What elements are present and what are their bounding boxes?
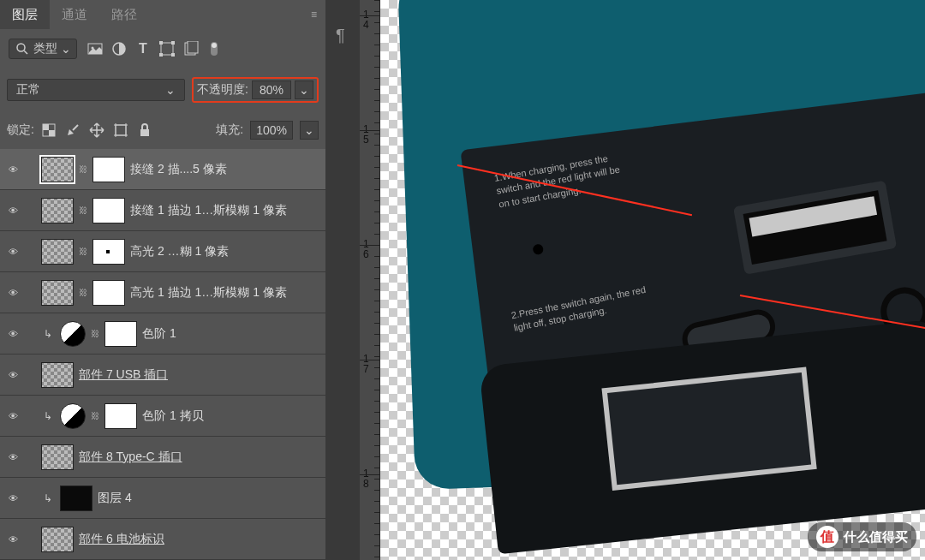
clip-indicator-icon: ↳ [41,492,55,504]
svg-rect-6 [159,41,163,45]
visibility-toggle-icon[interactable]: 👁 [3,411,22,421]
panel-menu-icon[interactable]: ≡ [307,5,320,24]
layer-row[interactable]: 👁部件 7 USB 插口 [0,354,325,396]
layer-mask-thumb[interactable] [92,239,125,265]
lock-artboard-icon[interactable] [113,122,128,138]
layer-row[interactable]: 👁↳⛓色阶 1 [0,313,325,354]
svg-rect-7 [171,41,175,45]
layer-name[interactable]: 部件 8 Type-C 插口 [79,450,182,465]
fill-value-input[interactable]: 100% [250,121,293,140]
watermark: 值 什么值得买 [808,522,916,551]
visibility-toggle-icon[interactable]: 👁 [3,247,22,257]
filter-shape-icon[interactable] [159,41,175,57]
visibility-toggle-icon[interactable]: 👁 [3,534,22,545]
mask-link-icon[interactable]: ⛓ [79,206,87,215]
layer-name[interactable]: 部件 7 USB 插口 [79,367,168,383]
opacity-value-input[interactable]: 80% [252,80,291,99]
blend-mode-select[interactable]: 正常 ⌄ [7,79,185,101]
chevron-down-icon: ⌄ [61,42,71,56]
layer-thumb[interactable] [41,198,74,223]
blend-mode-value: 正常 [16,82,40,98]
layer-row[interactable]: 👁↳⛓色阶 1 拷贝 [0,396,325,437]
filter-toggle-icon[interactable] [207,41,223,57]
mask-link-icon[interactable]: ⛓ [91,329,99,338]
layer-row[interactable]: 👁⛓接缝 2 描....5 像素 [0,149,325,190]
watermark-badge: 值 [816,526,838,548]
opacity-control-highlighted: 不透明度: 80% ⌄ [192,77,319,103]
layer-name[interactable]: 图层 4 [98,491,132,506]
battery-label-frame [601,367,816,491]
mask-link-icon[interactable]: ⛓ [91,411,99,420]
tab-channels[interactable]: 通道 [50,0,99,29]
tab-layers[interactable]: 图层 [0,0,50,29]
canvas[interactable]: RoHS 1.When charging, press the switch a… [380,0,925,560]
layer-row[interactable]: 👁部件 6 电池标识 [0,519,325,560]
visibility-toggle-icon[interactable]: 👁 [3,329,22,339]
layer-thumb[interactable] [41,239,74,265]
chevron-down-icon: ⌄ [165,83,176,97]
layer-row[interactable]: 👁部件 8 Type-C 插口 [0,437,325,478]
layer-mask-thumb[interactable] [92,198,125,223]
lock-transparency-icon[interactable] [41,122,57,138]
layer-name[interactable]: 部件 6 电池标识 [79,532,164,547]
layers-panel: 图层 通道 路径 ≡ 类型 ⌄ T 正常 ⌄ 不透明度: 80% ⌄ [0,0,325,560]
svg-rect-9 [171,53,175,57]
layer-name[interactable]: 接缝 2 描....5 像素 [130,162,227,177]
layer-name[interactable]: 高光 1 描边 1…斯模糊 1 像素 [130,285,287,301]
visibility-toggle-icon[interactable]: 👁 [3,164,22,175]
layer-mask-thumb[interactable] [104,321,137,347]
opacity-label: 不透明度: [197,82,248,98]
filter-icon-group: T [87,41,223,57]
filter-adjustment-icon[interactable] [111,41,127,57]
lock-position-icon[interactable] [89,122,104,138]
mask-link-icon[interactable]: ⛓ [79,247,87,256]
svg-line-1 [24,51,27,54]
svg-rect-5 [161,43,173,55]
layer-mask-thumb[interactable] [104,403,137,429]
layer-thumb[interactable] [60,486,92,511]
vertical-ruler[interactable]: 1415161718 [360,0,380,560]
blend-row: 正常 ⌄ 不透明度: 80% ⌄ [0,69,325,111]
filter-pixel-icon[interactable] [87,41,103,57]
layer-mask-thumb[interactable] [92,280,125,306]
layer-row[interactable]: 👁↳图层 4 [0,478,325,519]
adjustment-thumb[interactable] [60,403,86,429]
visibility-toggle-icon[interactable]: 👁 [3,288,22,298]
mask-link-icon[interactable]: ⛓ [79,288,87,297]
layer-mask-thumb[interactable] [92,157,125,182]
layer-type-filter[interactable]: 类型 ⌄ [9,39,77,59]
svg-rect-23 [140,129,149,136]
layer-name[interactable]: 色阶 1 [142,326,176,342]
fill-dropdown-button[interactable]: ⌄ [300,121,319,140]
opacity-dropdown-button[interactable]: ⌄ [295,80,313,99]
device-body: RoHS 1.When charging, press the switch a… [397,0,925,490]
layer-thumb[interactable] [41,280,74,306]
visibility-toggle-icon[interactable]: 👁 [3,206,22,216]
layer-thumb[interactable] [41,362,74,388]
lock-label: 锁定: [7,122,34,138]
tab-paths[interactable]: 路径 [99,0,149,29]
layer-row[interactable]: 👁⛓高光 2 …糊 1 像素 [0,231,325,272]
lock-pixels-icon[interactable] [65,122,81,138]
layer-thumb[interactable] [41,444,74,470]
layer-name[interactable]: 接缝 1 描边 1…斯模糊 1 像素 [130,203,287,218]
mask-link-icon[interactable]: ⛓ [79,164,87,174]
layer-thumb[interactable] [41,527,74,552]
visibility-toggle-icon[interactable]: 👁 [3,493,22,503]
layer-row[interactable]: 👁⛓高光 1 描边 1…斯模糊 1 像素 [0,272,325,313]
visibility-toggle-icon[interactable]: 👁 [3,452,22,462]
visibility-toggle-icon[interactable]: 👁 [3,370,22,380]
layer-thumb[interactable] [41,157,74,182]
instruction-text-1: 1.When charging, press the switch and th… [493,148,636,211]
usb-a-port [733,181,897,275]
layer-name[interactable]: 色阶 1 拷贝 [142,408,204,424]
filter-type-icon[interactable]: T [135,41,151,57]
lock-all-icon[interactable] [137,122,152,138]
svg-rect-18 [116,125,126,135]
layer-row[interactable]: 👁⛓接缝 1 描边 1…斯模糊 1 像素 [0,190,325,231]
lock-icon-group [41,122,152,138]
adjustment-thumb[interactable] [60,321,86,347]
layer-name[interactable]: 高光 2 …糊 1 像素 [130,244,229,259]
filter-smart-icon[interactable] [183,41,199,57]
svg-point-13 [212,43,217,48]
